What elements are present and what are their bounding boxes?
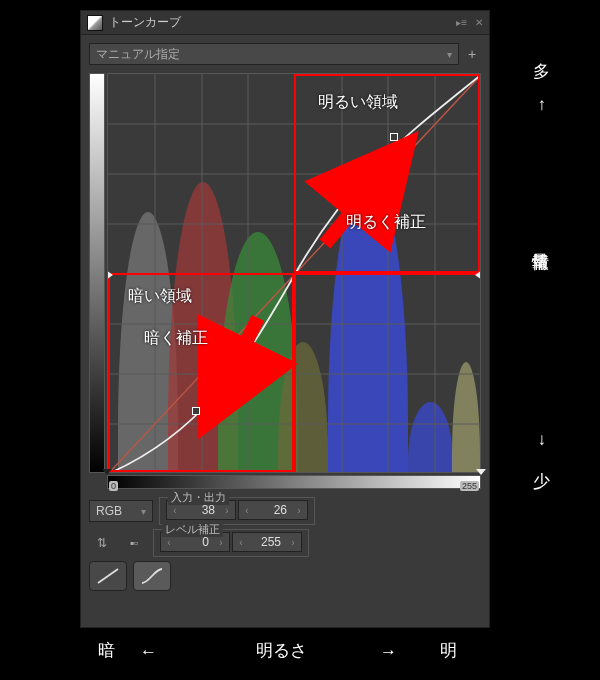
preset-select[interactable]: マニュアル指定 ▾ xyxy=(89,43,459,65)
auto-adjust-button[interactable]: ⇅ xyxy=(89,532,115,554)
input-output-fieldset: 入力・出力 ‹ 38 › ‹ 26 › xyxy=(159,497,315,525)
increment-icon[interactable]: › xyxy=(219,505,235,516)
white-point-slider[interactable] xyxy=(476,469,486,475)
levels-legend: レベル補正 xyxy=(162,522,223,537)
smooth-curve-button[interactable] xyxy=(133,561,171,591)
decrement-icon[interactable]: ‹ xyxy=(239,505,255,516)
chevron-down-icon: ▾ xyxy=(447,49,452,60)
input-gradient-strip[interactable]: 0 255 xyxy=(107,475,481,489)
channel-select[interactable]: RGB ▾ xyxy=(89,500,153,522)
control-point-highlight[interactable] xyxy=(390,133,398,141)
white-point-slider-left[interactable] xyxy=(107,270,113,280)
arrow-right-icon: → xyxy=(380,642,397,662)
label-few: 少 xyxy=(533,470,550,493)
output-value-spinner[interactable]: ‹ 26 › xyxy=(238,500,308,520)
range-max-label: 255 xyxy=(460,481,479,491)
linear-curve-button[interactable] xyxy=(89,561,127,591)
tone-curve-panel: トーンカーブ ▸≡ ✕ マニュアル指定 ▾ + xyxy=(80,10,490,628)
io-legend: 入力・出力 xyxy=(168,490,229,505)
arrow-down-icon: ↓ xyxy=(538,430,547,450)
tone-curve-icon xyxy=(87,15,103,31)
increment-icon[interactable]: › xyxy=(285,537,301,548)
svg-line-17 xyxy=(98,569,118,583)
label-brightness: 明るさ xyxy=(256,639,307,662)
panel-menu-icon[interactable]: ▸≡ xyxy=(456,17,467,28)
curve-graph[interactable]: 明るい領域 暗い領域 明るく補正 暗く補正 xyxy=(107,73,481,473)
label-bright: 明 xyxy=(440,639,457,662)
white-point-slider-right[interactable] xyxy=(475,270,481,280)
white-point-spinner[interactable]: ‹ 255 › xyxy=(232,532,302,552)
panel-title: トーンカーブ xyxy=(109,14,181,31)
add-preset-button[interactable]: + xyxy=(463,43,481,65)
reset-button[interactable]: ▪▫ xyxy=(121,532,147,554)
levels-fieldset: レベル補正 ‹ 0 › ‹ 255 › xyxy=(153,529,309,557)
label-dark: 暗 xyxy=(98,639,115,662)
arrow-left-icon: ← xyxy=(140,642,157,662)
chevron-down-icon: ▾ xyxy=(141,506,146,517)
range-min-label: 0 xyxy=(109,481,118,491)
decrement-icon[interactable]: ‹ xyxy=(161,537,177,548)
grid xyxy=(108,74,481,473)
decrement-icon[interactable]: ‹ xyxy=(167,505,183,516)
output-gradient-strip[interactable] xyxy=(89,73,105,473)
arrow-up-icon: ↑ xyxy=(538,95,547,115)
close-icon[interactable]: ✕ xyxy=(475,17,483,28)
label-many: 多 xyxy=(533,60,550,83)
black-point-slider[interactable] xyxy=(102,469,112,475)
preset-selected-label: マニュアル指定 xyxy=(96,46,180,63)
channel-label: RGB xyxy=(96,504,122,518)
decrement-icon[interactable]: ‹ xyxy=(233,537,249,548)
panel-header: トーンカーブ ▸≡ ✕ xyxy=(81,11,489,35)
control-point-shadow[interactable] xyxy=(192,407,200,415)
increment-icon[interactable]: › xyxy=(213,537,229,548)
increment-icon[interactable]: › xyxy=(291,505,307,516)
